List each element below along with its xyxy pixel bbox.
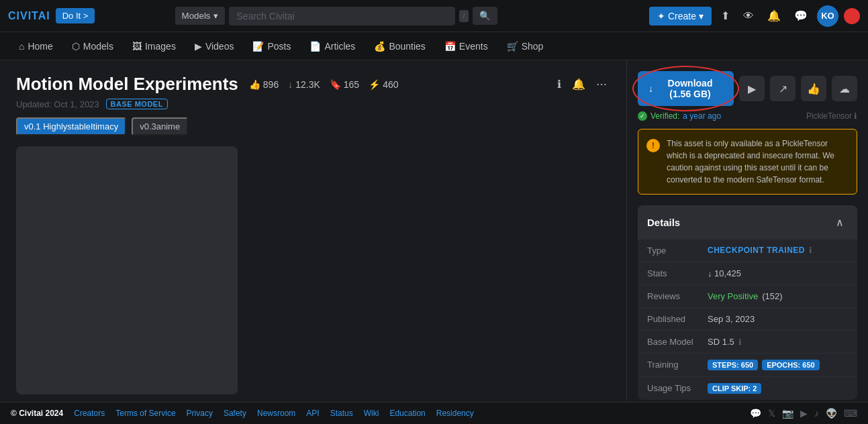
events-icon: 📅 — [444, 41, 456, 52]
sidebar-item-posts[interactable]: 📝 Posts — [244, 36, 299, 57]
details-row-type: Type CHECKPOINT TRAINED ℹ — [638, 240, 857, 262]
search-button[interactable]: 🔍 — [473, 7, 497, 25]
thumbs-up-icon: 👍 — [249, 79, 260, 90]
bell-icon-button[interactable]: 🔔 — [763, 5, 785, 26]
posts-icon: 📝 — [252, 41, 264, 52]
models-dropdown[interactable]: Models ▾ — [175, 7, 225, 25]
details-row-stats: Stats ↓ 10,425 — [638, 262, 857, 285]
sidebar-item-label: Models — [83, 41, 113, 52]
logo-text: CIVITAI — [8, 10, 50, 22]
sidebar-item-label: Events — [459, 41, 488, 52]
footer-link-creators[interactable]: Creators — [74, 409, 105, 418]
github-icon[interactable]: ⌨ — [844, 408, 857, 419]
footer-link-terms[interactable]: Terms of Service — [115, 409, 175, 418]
download-btn-wrapper: ↓ Download (1.56 GB) — [638, 71, 734, 106]
sidebar-item-label: Posts — [267, 41, 291, 52]
details-label-base-model: Base Model — [647, 337, 708, 347]
tiktok-icon[interactable]: ♪ — [814, 408, 819, 419]
page-title-row: Motion Model Experiments 👍 896 ↓ 12.3K 🔖… — [16, 74, 610, 95]
pickle-tensor-text: PickleTensor — [806, 111, 852, 121]
create-button[interactable]: ✦ Create ▾ — [649, 7, 712, 25]
info-icon-button[interactable]: ℹ — [554, 74, 565, 94]
likes-count: 896 — [263, 79, 279, 90]
logo-ai: AI — [38, 10, 50, 21]
version-tag-1[interactable]: v0.3anime — [132, 117, 188, 136]
reviews-positive-text[interactable]: Very Positive — [708, 291, 758, 301]
sidebar-item-label: Home — [28, 41, 52, 52]
checkpoint-badge[interactable]: CHECKPOINT TRAINED — [708, 246, 805, 255]
message-icon-button[interactable]: 💬 — [790, 5, 812, 26]
do-it-button[interactable]: Do It > — [56, 8, 95, 23]
likes-stat: 👍 896 — [249, 79, 279, 90]
sidebar-item-models[interactable]: ⬡ Models — [64, 36, 122, 57]
upload-icon-button[interactable]: ⬆ — [717, 5, 734, 26]
footer-link-wiki[interactable]: Wiki — [364, 409, 379, 418]
pickle-tensor-label: PickleTensor ℹ — [806, 111, 857, 121]
details-row-published: Published Sep 3, 2023 — [638, 308, 857, 331]
sidebar-item-bounties[interactable]: 💰 Bounties — [366, 36, 433, 57]
verified-row: ✓ Verified: a year ago PickleTensor ℹ — [638, 111, 857, 121]
create-label: Create — [668, 11, 696, 21]
sidebar-item-videos[interactable]: ▶ Videos — [187, 36, 242, 57]
sidebar-item-home[interactable]: ⌂ Home — [11, 36, 61, 57]
details-value-reviews: Very Positive (152) — [708, 291, 848, 301]
buzz-stat: ⚡ 460 — [369, 79, 398, 90]
sidebar-item-images[interactable]: 🖼 Images — [124, 36, 184, 57]
sidebar-item-label: Articles — [324, 41, 355, 52]
search-input[interactable] — [229, 7, 456, 25]
right-panel: ↓ Download (1.56 GB) ▶ ↗ 👍 ☁ ✓ Verified:… — [626, 60, 868, 424]
action-row: ↓ Download (1.56 GB) ▶ ↗ 👍 ☁ — [638, 71, 857, 106]
details-row-reviews: Reviews Very Positive (152) — [638, 285, 857, 308]
models-icon: ⬡ — [72, 41, 80, 52]
version-tag-0[interactable]: v0.1 HighlystableItimacy — [16, 117, 126, 136]
type-info-icon[interactable]: ℹ — [809, 246, 812, 255]
eye-icon-button[interactable]: 👁 — [739, 6, 758, 26]
meta-row: Updated: Oct 1, 2023 BASE MODEL — [16, 99, 610, 109]
details-row-training: Training STEPS: 650 EPOCHS: 650 — [638, 354, 857, 377]
download-label: Download (1.56 GB) — [657, 78, 723, 99]
sidebar-item-shop[interactable]: 🛒 Shop — [499, 36, 552, 57]
models-label: Models — [182, 11, 211, 21]
footer-link-safety[interactable]: Safety — [224, 409, 246, 418]
sidebar-item-events[interactable]: 📅 Events — [436, 36, 496, 57]
footer-link-privacy[interactable]: Privacy — [187, 409, 213, 418]
model-image-preview — [16, 146, 238, 394]
details-label-usage-tips: Usage Tips — [647, 383, 708, 393]
share-button[interactable]: ↗ — [770, 76, 795, 101]
sidebar-item-label: Shop — [522, 41, 544, 52]
user-avatar[interactable]: KO — [817, 5, 838, 27]
footer-link-residency[interactable]: Residency — [436, 409, 474, 418]
footer-link-newsroom[interactable]: Newsroom — [257, 409, 295, 418]
discord-icon[interactable]: 💬 — [750, 408, 761, 419]
download-button[interactable]: ↓ Download (1.56 GB) — [638, 71, 734, 106]
cloud-button[interactable]: ☁ — [832, 76, 857, 101]
sidebar-item-articles[interactable]: 📄 Articles — [301, 36, 363, 57]
stats-value: ↓ 10,425 — [708, 268, 741, 278]
more-options-icon-button[interactable]: ⋯ — [593, 74, 610, 94]
details-value-type: CHECKPOINT TRAINED ℹ — [708, 246, 848, 255]
twitter-icon[interactable]: 𝕏 — [768, 408, 775, 419]
epochs-badge: EPOCHS: 650 — [762, 360, 820, 370]
base-model-info-icon[interactable]: ℹ — [738, 337, 742, 347]
footer-link-education[interactable]: Education — [389, 409, 425, 418]
footer-link-api[interactable]: API — [306, 409, 319, 418]
footer-link-status[interactable]: Status — [330, 409, 353, 418]
reddit-icon[interactable]: 👽 — [826, 408, 837, 419]
details-collapse-button[interactable]: ∧ — [832, 212, 848, 233]
details-title: Details — [647, 217, 680, 228]
saves-stat: 🔖 165 — [330, 79, 359, 90]
footer-social-icons: 💬 𝕏 📷 ▶ ♪ 👽 ⌨ — [750, 408, 857, 419]
images-icon: 🖼 — [132, 41, 142, 52]
play-button[interactable]: ▶ — [739, 76, 765, 101]
stats-row: 👍 896 ↓ 12.3K 🔖 165 ⚡ 460 — [249, 79, 399, 90]
verified-time[interactable]: a year ago — [683, 111, 721, 121]
downloads-stat: ↓ 12.3K — [288, 79, 320, 90]
home-icon: ⌂ — [19, 41, 24, 52]
instagram-icon[interactable]: 📷 — [782, 408, 793, 419]
youtube-icon[interactable]: ▶ — [800, 408, 808, 419]
notifications-bell-icon-button[interactable]: 🔔 — [569, 74, 589, 94]
details-value-stats: ↓ 10,425 — [708, 268, 848, 278]
buzz-count: 460 — [383, 79, 398, 90]
like-button[interactable]: 👍 — [801, 76, 826, 101]
main-layout: Motion Model Experiments 👍 896 ↓ 12.3K 🔖… — [0, 60, 868, 424]
